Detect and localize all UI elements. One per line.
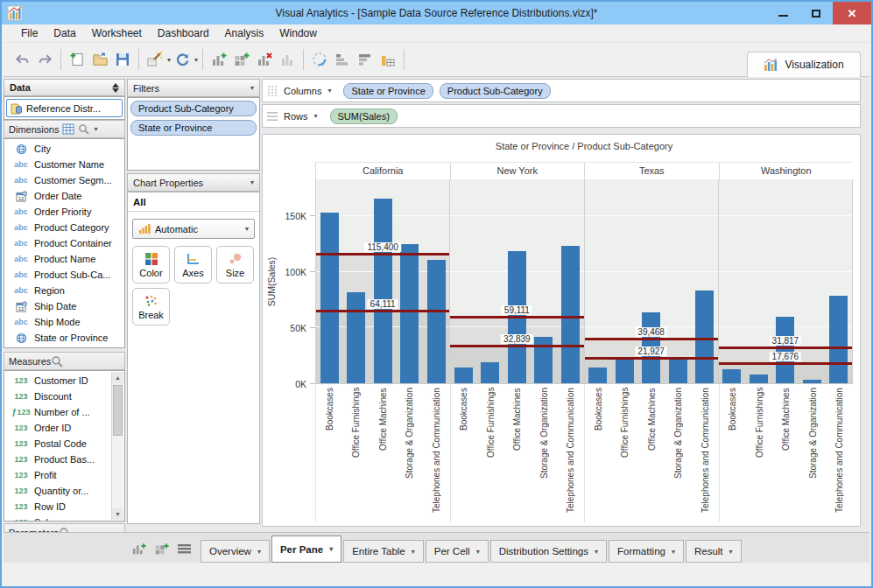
dimension-order-priority[interactable]: abcOrder Priority (4, 204, 124, 220)
visualization-tab[interactable]: Visualization (747, 52, 861, 77)
new-file-icon[interactable] (66, 48, 88, 71)
view-data-icon[interactable] (62, 123, 74, 135)
bar-california-telephones-and-communication[interactable] (427, 260, 446, 383)
data-source-item[interactable]: Reference Distr... (6, 99, 123, 117)
measure-number-of[interactable]: ƒ123Number of ... (4, 404, 124, 420)
search-measures-icon[interactable] (51, 355, 63, 368)
bar-washington-storage-organization[interactable] (803, 380, 821, 383)
tab-per-cell[interactable]: Per Cell▾ (426, 540, 489, 563)
dimension-ship-date[interactable]: 12Ship Date (4, 298, 124, 314)
dimension-product-name[interactable]: abcProduct Name (4, 251, 124, 267)
new-worksheet-icon[interactable] (131, 541, 147, 556)
break-button[interactable]: Break (132, 288, 170, 326)
rows-pill-sum-sales[interactable]: SUM(Sales) (330, 108, 398, 124)
columns-pill-product-sub-category[interactable]: Product Sub-Category (440, 83, 551, 99)
bar-washington-office-furnishings[interactable] (750, 374, 768, 383)
measure-customer-id[interactable]: 123Customer ID (4, 373, 124, 388)
menu-data[interactable]: Data (46, 25, 82, 41)
sort-fields-icon[interactable] (112, 83, 119, 93)
menu-dashboard[interactable]: Dashboard (151, 25, 216, 41)
open-file-icon[interactable] (88, 48, 111, 71)
filter-pill-state-or-province[interactable]: State or Province (130, 120, 257, 136)
undo-icon[interactable] (11, 48, 33, 71)
scroll-up-icon[interactable]: ▲ (112, 372, 123, 383)
size-button[interactable]: Size (216, 246, 254, 284)
maximize-button[interactable] (799, 2, 833, 24)
save-icon[interactable] (111, 48, 134, 71)
filters-menu-icon[interactable]: ▾ (250, 84, 254, 92)
swap-axes-icon[interactable] (377, 48, 399, 71)
new-dashboard-icon[interactable] (154, 541, 170, 556)
duplicate-worksheet-icon[interactable] (276, 48, 299, 71)
dimension-ship-mode[interactable]: abcShip Mode (4, 314, 124, 330)
color-button[interactable]: Color (132, 246, 170, 284)
filter-pill-product-sub-category[interactable]: Product Sub-Category (130, 101, 257, 116)
add-worksheet-icon[interactable] (208, 48, 230, 71)
measure-order-id[interactable]: 123Order ID (4, 420, 124, 436)
sort-ascending-icon[interactable] (331, 48, 354, 71)
measure-profit[interactable]: 123Profit (4, 467, 124, 483)
dimension-product-category[interactable]: abcProduct Category (4, 220, 124, 235)
sheet-list-icon[interactable] (177, 542, 192, 556)
columns-menu-icon[interactable]: ▾ (327, 87, 331, 94)
delete-worksheet-icon[interactable] (253, 48, 276, 71)
scroll-down-icon[interactable]: ▼ (112, 508, 123, 520)
menu-file[interactable]: File (14, 25, 45, 41)
refresh-icon[interactable] (171, 48, 194, 71)
tab-overview[interactable]: Overview▾ (201, 540, 270, 563)
bar-california-office-furnishings[interactable] (347, 292, 365, 383)
refresh-caret-icon[interactable]: ▾ (194, 56, 198, 64)
measures-scrollbar[interactable]: ▲ ▼ (111, 372, 123, 520)
dimensions-menu-icon[interactable]: ▾ (94, 125, 97, 133)
dimension-customer-name[interactable]: abcCustomer Name (4, 157, 124, 172)
columns-pill-state-or-province[interactable]: State or Province (343, 83, 433, 99)
sort-descending-icon[interactable] (354, 48, 377, 71)
dimension-region[interactable]: abcRegion (4, 283, 124, 298)
marks-card-all[interactable]: All (128, 192, 259, 212)
bar-new-york-telephones-and-communication[interactable] (561, 246, 580, 383)
measure-postal-code[interactable]: 123Postal Code (4, 436, 124, 452)
tab-entire-table[interactable]: Entire Table▾ (343, 540, 424, 563)
chart-properties-menu-icon[interactable]: ▾ (250, 178, 254, 186)
bar-california-office-machines[interactable] (374, 199, 392, 383)
tab-formatting[interactable]: Formatting▾ (609, 540, 684, 563)
redo-icon[interactable] (33, 48, 56, 71)
tab-distribution-settings[interactable]: Distribution Settings▾ (490, 540, 607, 563)
measure-discount[interactable]: 123Discount (4, 388, 124, 404)
tab-result[interactable]: Result▾ (686, 540, 742, 563)
new-data-source-icon[interactable] (144, 48, 166, 71)
bar-california-storage-organization[interactable] (400, 244, 419, 383)
dimension-city[interactable]: City (4, 141, 124, 157)
dimension-product-container[interactable]: abcProduct Container (4, 235, 124, 251)
bar-washington-bookcases[interactable] (722, 369, 741, 383)
search-dimensions-icon[interactable] (78, 123, 89, 135)
bar-california-bookcases[interactable] (320, 213, 339, 383)
add-dashboard-icon[interactable] (230, 48, 253, 71)
dimension-state-or-province[interactable]: State or Province (4, 330, 124, 346)
highlight-icon[interactable] (308, 48, 331, 71)
bar-texas-storage-organization[interactable] (669, 360, 687, 383)
menu-analysis[interactable]: Analysis (218, 25, 271, 41)
rows-menu-icon[interactable]: ▾ (314, 112, 318, 120)
measure-quantity-or[interactable]: 123Quantity or... (4, 483, 124, 499)
bar-texas-office-furnishings[interactable] (616, 358, 634, 383)
measure-product-bas[interactable]: 123Product Bas... (4, 452, 124, 467)
bar-texas-bookcases[interactable] (588, 368, 607, 383)
dimension-customer-segm[interactable]: abcCustomer Segm... (4, 172, 124, 188)
bar-washington-office-machines[interactable] (776, 317, 794, 383)
axes-button[interactable]: Axes (174, 246, 212, 284)
bar-new-york-bookcases[interactable] (454, 368, 473, 383)
minimize-button[interactable] (766, 2, 799, 24)
menu-worksheet[interactable]: Worksheet (85, 25, 149, 41)
tab-per-pane[interactable]: Per Pane▾ (271, 536, 341, 563)
close-button[interactable]: ✕ (833, 2, 871, 24)
measure-row-id[interactable]: 123Row ID (4, 499, 124, 514)
dimension-product-sub-ca[interactable]: abcProduct Sub-Ca... (4, 267, 124, 283)
bar-new-york-storage-organization[interactable] (534, 337, 553, 383)
measure-sales[interactable]: 123Sales (4, 514, 124, 522)
scrollbar-thumb[interactable] (113, 385, 123, 436)
menu-window[interactable]: Window (272, 25, 324, 41)
bar-new-york-office-furnishings[interactable] (481, 362, 499, 383)
bar-washington-telephones-and-communication[interactable] (829, 296, 848, 383)
dimension-order-date[interactable]: 12Order Date (4, 188, 124, 204)
